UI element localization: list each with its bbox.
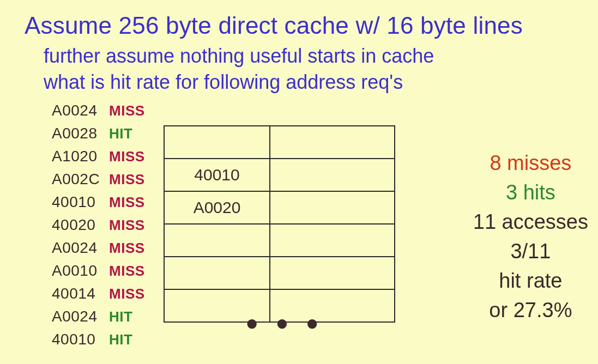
access-addr: 40014 <box>52 282 109 305</box>
cache-tag-cell <box>164 224 270 257</box>
hit-count: 3 hits <box>473 178 588 207</box>
access-row: 40014MISS <box>52 282 145 305</box>
slide-title: Assume 256 byte direct cache w/ 16 byte … <box>25 12 523 39</box>
cache-row <box>164 257 395 289</box>
cache-row <box>164 224 395 257</box>
access-row: A0010MISS <box>52 259 145 282</box>
access-addr: A1020 <box>52 145 109 168</box>
hit-rate-label: hit rate <box>473 266 588 295</box>
subtitle-line-2: what is hit rate for following address r… <box>44 71 403 94</box>
cache-data-cell <box>270 224 395 257</box>
access-result: MISS <box>109 282 145 305</box>
access-result: HIT <box>109 122 132 145</box>
hit-ratio: 3/11 <box>473 236 588 266</box>
access-addr: A002C <box>52 168 109 191</box>
hit-rate-percent: or 27.3% <box>473 295 588 325</box>
access-row: 40010HIT <box>52 328 145 351</box>
access-result: MISS <box>109 99 145 122</box>
access-addr: A0010 <box>52 259 109 282</box>
cache-tag-cell: 40010 <box>164 159 270 191</box>
access-result: MISS <box>109 214 145 236</box>
access-row: A0024MISS <box>52 99 145 122</box>
access-result: HIT <box>109 305 132 328</box>
cache-data-cell <box>270 191 395 224</box>
cache-tag-cell: A0020 <box>164 191 270 224</box>
access-result: HIT <box>109 328 132 351</box>
access-addr: 40020 <box>52 214 109 236</box>
access-addr: A0028 <box>52 122 109 145</box>
cache-data-cell <box>270 126 395 159</box>
access-addr: 40010 <box>52 328 109 351</box>
cache-table: 40010 A0020 <box>164 125 395 323</box>
access-result: MISS <box>109 259 145 282</box>
cache-row: 40010 <box>164 159 395 191</box>
access-addr: A0024 <box>52 305 109 328</box>
access-row: 40010MISS <box>52 191 145 214</box>
access-row: A0024MISS <box>52 236 145 259</box>
miss-count: 8 misses <box>473 148 588 178</box>
access-result: MISS <box>109 145 145 168</box>
cache-tag-cell <box>164 126 270 159</box>
subtitle-line-1: further assume nothing useful starts in … <box>44 45 434 68</box>
access-addr: A0024 <box>52 236 109 259</box>
access-count: 11 accesses <box>473 207 588 236</box>
access-row: A002CMISS <box>52 168 145 191</box>
access-row: A0024HIT <box>52 305 145 328</box>
ellipsis-icon: ● ● ● <box>245 311 324 335</box>
cache-data-cell <box>270 257 395 289</box>
access-addr: A0024 <box>52 99 109 122</box>
cache-tag-cell <box>164 257 270 289</box>
access-row: 40020MISS <box>52 214 145 236</box>
address-sequence: A0024MISS A0028HIT A1020MISS A002CMISS 4… <box>52 99 145 351</box>
access-result: MISS <box>109 236 145 259</box>
cache-data-cell <box>270 159 395 191</box>
access-addr: 40010 <box>52 191 109 214</box>
cache-row <box>164 126 395 159</box>
access-result: MISS <box>109 191 145 214</box>
access-row: A0028HIT <box>52 122 145 145</box>
cache-row: A0020 <box>164 191 395 224</box>
access-result: MISS <box>109 168 145 191</box>
access-row: A1020MISS <box>52 145 145 168</box>
summary-stats: 8 misses 3 hits 11 accesses 3/11 hit rat… <box>473 148 588 325</box>
